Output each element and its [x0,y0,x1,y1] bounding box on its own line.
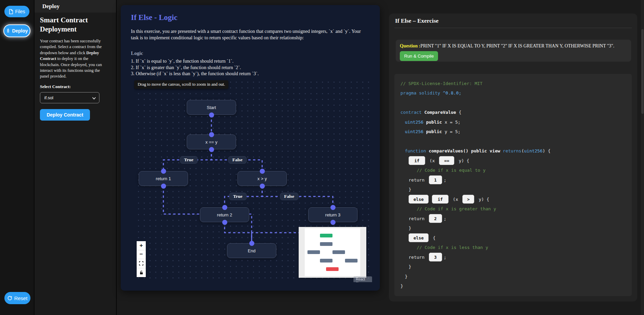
code-blank-input[interactable]: if [432,195,448,204]
code-blank-input[interactable]: 3 [429,253,442,261]
code-token: pragma solidity [400,90,443,96]
fit-view-button[interactable] [137,259,146,268]
flow-handle[interactable] [222,205,227,210]
flow-minimap[interactable] [299,227,366,278]
contract-select[interactable]: if.sol [40,92,99,103]
lock-button[interactable] [137,268,146,277]
files-button[interactable]: Files [4,6,29,17]
flow-handle[interactable] [161,169,166,174]
code-token: ( [521,148,524,153]
title-divider [394,28,632,28]
code-token: public [426,129,445,134]
code-blank-input[interactable]: else [409,233,429,242]
logic-exercise-panel: If Else - Logic In this exercise, you ar… [121,5,380,291]
code-token: CompareValue [424,110,459,115]
code-blank-input[interactable]: > [462,195,474,204]
app-root: { "colors": { "accent_blue": "#2b9df4", … [0,0,644,315]
flow-handle[interactable] [330,205,336,210]
code-token: compareValues() [429,148,471,153]
code-token: y = 5; [444,129,460,134]
flow-handle[interactable] [161,184,166,189]
flow-handle[interactable] [330,220,336,225]
code-line: if (x == y) { [400,156,626,166]
edge-label-false: False [228,156,247,164]
run-compile-button[interactable]: Run & Compile [400,51,438,61]
code-line: // Code if x is equal to y [400,166,626,175]
edge-label-true: True [180,156,198,164]
code-blank-input[interactable]: 1 [429,175,442,184]
code-line: elseif (x > y) { [400,194,626,204]
code-line: return 2; [400,214,626,224]
code-token: return [409,177,427,183]
code-token: ) { [543,148,550,153]
code-token: public [426,120,445,125]
logic-rule-item: If `x` is greater than `y`, the function… [131,64,259,71]
zoom-in-button[interactable]: + [137,241,146,250]
reactflow-attribution: React Flow [353,276,372,282]
code-line: contract CompareValue { [400,108,626,118]
deploy-contract-button[interactable]: Deploy Contract [40,109,90,121]
flow-handle[interactable] [249,241,254,246]
code-line: uint256 public x = 5; [400,117,626,127]
zoom-out-button[interactable]: − [137,250,146,259]
question-box: Question :PRINT "1" IF X IS EQUAL TO Y, … [396,40,631,62]
code-token: } [409,187,411,192]
files-button-label: Files [15,9,25,14]
code-token: { [459,110,461,115]
question-text: PRINT "1" IF X IS EQUAL TO Y, PRINT "2" … [420,43,614,48]
code-line: // SPDX-License-Identifier: MIT [400,79,626,88]
minimap-node-x-gt-y [332,250,345,254]
code-blank-input[interactable]: == [439,156,454,165]
code-token: } [405,274,408,279]
logic-rule-item: If `x` is equal to `y`, the function sho… [131,58,259,64]
code-line: } [400,272,626,281]
minimap-node-end [326,267,339,271]
flow-handle[interactable] [209,132,214,137]
code-token: ; [444,177,446,183]
file-icon [9,9,13,14]
deploy-panel-content: Smart Contract Deployment Your contract … [34,16,116,121]
window-scrollbar-thumb[interactable] [641,29,644,114]
flow-handle[interactable] [209,147,214,152]
code-line: // Code if x is less than y [400,243,626,253]
canvas-drag-tooltip: Drag to move the canvas, scroll to zoom … [134,80,228,89]
deploy-panel: Deploy Smart Contract Deployment Your co… [34,0,117,315]
code-token: { [430,235,436,240]
code-token: x = 5; [444,120,460,125]
flow-handle[interactable] [260,169,265,174]
fit-view-icon [139,261,143,266]
logic-rule-list: If `x` is equal to `y`, the function sho… [131,58,259,77]
icon-sidebar: Files Deploy Reset [0,0,34,315]
code-token: return [409,255,427,260]
code-blank-input[interactable]: 2 [429,214,442,223]
deploy-button-active[interactable]: Deploy [3,24,30,37]
select-contract-label: Select Contract: [40,84,111,89]
code-token: function [405,148,429,153]
rocket-icon [6,28,10,33]
code-line: return 1; [400,175,626,185]
code-blank-input[interactable]: if [409,156,425,165]
code-line [400,98,626,108]
flow-handle[interactable] [209,112,214,118]
reset-button[interactable]: Reset [4,292,30,304]
code-token: } [400,284,403,289]
code-token: y) { [476,197,489,202]
edge-label-false: False [280,193,298,200]
minimap-node-return-2 [320,259,332,262]
code-line: } [400,281,626,291]
minimap-node-x-eq-y [320,242,332,246]
flowchart-canvas[interactable]: Drag to move the canvas, scroll to zoom … [134,77,372,282]
window-scrollbar-track[interactable] [641,0,644,315]
code-token: y) { [456,158,469,163]
code-token: uint256 [524,148,543,153]
code-token: ; [444,216,446,221]
flow-handle[interactable] [260,184,265,189]
code-line: else { [400,233,626,243]
deploy-panel-header: Deploy [34,0,116,13]
code-blank-input[interactable]: else [409,195,429,204]
flow-zoom-controls: + − [137,241,146,277]
flow-handle[interactable] [222,220,227,225]
code-line: // Code if x is greater than y [400,204,626,214]
code-token: ; [444,255,446,260]
code-token: return [409,216,427,221]
